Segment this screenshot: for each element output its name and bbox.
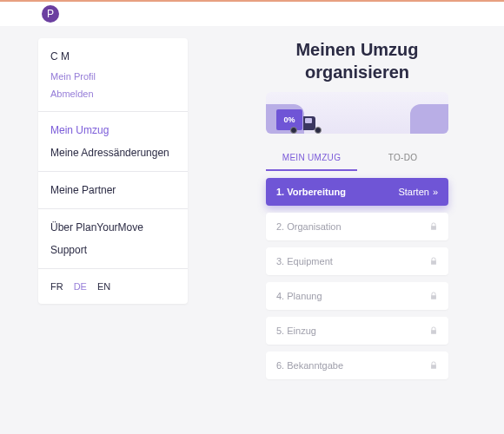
nav-about[interactable]: Über PlanYourMove (50, 221, 176, 233)
step-2: 2. Organisation (266, 213, 448, 240)
step-label: 3. Equipment (276, 256, 333, 266)
sidebar-user-section: C M Mein Profil Abmelden (38, 38, 188, 112)
lock-icon (429, 361, 438, 370)
title-line-2: organisieren (305, 62, 409, 82)
nav-partners[interactable]: Meine Partner (50, 184, 176, 196)
layout: C M Mein Profil Abmelden Mein Umzug Mein… (0, 26, 504, 386)
step-1[interactable]: 1. Vorbereitung Starten » (266, 178, 448, 206)
lang-en[interactable]: EN (97, 281, 110, 292)
lock-icon (429, 292, 438, 300)
start-label: Starten (398, 187, 428, 197)
sidebar-lang-section: FR DE EN (38, 269, 188, 304)
step-label: 4. Planung (276, 291, 322, 301)
lock-icon (429, 222, 438, 231)
topbar: P (0, 0, 504, 26)
lang-de[interactable]: DE (74, 281, 87, 292)
truck-wheel (290, 127, 297, 134)
step-4: 4. Planung (266, 282, 448, 310)
chevron-right-icon: » (433, 187, 438, 197)
truck-icon: 0% (276, 109, 315, 130)
step-label: 1. Vorbereitung (276, 187, 346, 197)
tab-mein-umzug[interactable]: MEIN UMZUG (266, 146, 357, 171)
logout-link[interactable]: Abmelden (50, 89, 176, 99)
main-content: Meinen Umzug organisieren 0% MEIN UMZUG … (266, 38, 448, 386)
step-6: 6. Bekanntgabe (266, 352, 448, 379)
truck-cab (303, 116, 315, 130)
user-initials: C M (50, 50, 176, 62)
truck-wheel (315, 127, 322, 134)
nav-support[interactable]: Support (50, 244, 176, 256)
tabs: MEIN UMZUG TO-DO (266, 146, 448, 171)
lang-fr[interactable]: FR (50, 281, 63, 292)
sidebar-nav-section-3: Über PlanYourMove Support (38, 209, 188, 269)
brand-logo[interactable]: P (42, 5, 59, 23)
nav-address-changes[interactable]: Meine Adressänderungen (50, 147, 176, 159)
start-button[interactable]: Starten » (398, 187, 438, 197)
lang-switcher: FR DE EN (50, 281, 176, 292)
step-label: 6. Bekanntgabe (276, 360, 343, 371)
sidebar-nav-section-1: Mein Umzug Meine Adressänderungen (38, 112, 188, 172)
step-label: 2. Organisation (276, 221, 342, 232)
step-label: 5. Einzug (276, 326, 316, 336)
sidebar-nav-section-2: Meine Partner (38, 172, 188, 209)
progress-badge: 0% (276, 109, 302, 130)
title-line-1: Meinen Umzug (295, 40, 418, 59)
skyline-right (410, 104, 448, 134)
profile-link[interactable]: Mein Profil (50, 71, 176, 82)
lock-icon (429, 257, 438, 266)
hero-illustration: 0% (266, 92, 448, 134)
step-3: 3. Equipment (266, 247, 448, 275)
page-title: Meinen Umzug organisieren (266, 38, 448, 83)
lock-icon (429, 326, 438, 335)
tab-todo[interactable]: TO-DO (357, 146, 448, 171)
sidebar: C M Mein Profil Abmelden Mein Umzug Mein… (38, 38, 188, 304)
step-5: 5. Einzug (266, 317, 448, 345)
nav-mein-umzug[interactable]: Mein Umzug (50, 124, 176, 136)
